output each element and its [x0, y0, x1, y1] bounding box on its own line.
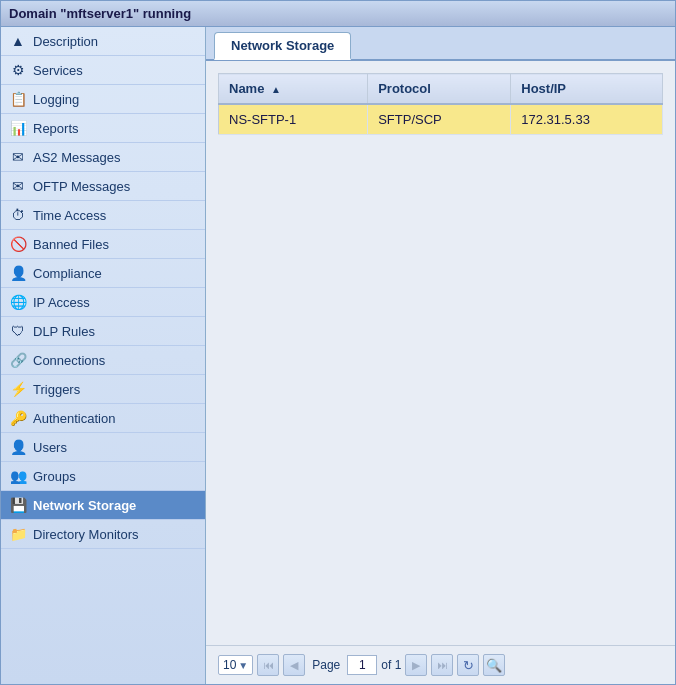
cell-name: NS-SFTP-1: [219, 104, 368, 135]
table-header-row: Name ▲ Protocol Host/IP: [219, 74, 663, 105]
dlp-rules-icon: 🛡: [9, 323, 27, 339]
table-container: Name ▲ Protocol Host/IP NS-SFTP-: [206, 61, 675, 645]
as2-messages-icon: ✉: [9, 149, 27, 165]
sidebar-label-description: Description: [33, 34, 98, 49]
refresh-button[interactable]: ↻: [457, 654, 479, 676]
reports-icon: 📊: [9, 120, 27, 136]
sidebar-item-triggers[interactable]: ⚡Triggers: [1, 375, 205, 404]
pagination-bar: 10 ▼ ⏮ ◀ Page of 1 ▶ ⏭ ↻ 🔍: [206, 645, 675, 684]
sidebar-item-network-storage[interactable]: 💾Network Storage: [1, 491, 205, 520]
sidebar-item-groups[interactable]: 👥Groups: [1, 462, 205, 491]
main-window: Domain "mftserver1" running ▲Description…: [0, 0, 676, 685]
sidebar-item-time-access[interactable]: ⏱Time Access: [1, 201, 205, 230]
network-storage-table: Name ▲ Protocol Host/IP NS-SFTP-: [218, 73, 663, 135]
window-title: Domain "mftserver1" running: [9, 6, 191, 21]
first-page-button[interactable]: ⏮: [257, 654, 279, 676]
triggers-icon: ⚡: [9, 381, 27, 397]
col-name[interactable]: Name ▲: [219, 74, 368, 105]
sidebar-label-time-access: Time Access: [33, 208, 106, 223]
sidebar-label-triggers: Triggers: [33, 382, 80, 397]
sidebar-label-groups: Groups: [33, 469, 76, 484]
next-page-button[interactable]: ▶: [405, 654, 427, 676]
dropdown-arrow-icon: ▼: [238, 660, 248, 671]
sidebar-item-authentication[interactable]: 🔑Authentication: [1, 404, 205, 433]
sidebar-item-logging[interactable]: 📋Logging: [1, 85, 205, 114]
sidebar-item-directory-monitors[interactable]: 📁Directory Monitors: [1, 520, 205, 549]
sidebar-item-connections[interactable]: 🔗Connections: [1, 346, 205, 375]
services-icon: ⚙: [9, 62, 27, 78]
sidebar-label-dlp-rules: DLP Rules: [33, 324, 95, 339]
sidebar-item-ip-access[interactable]: 🌐IP Access: [1, 288, 205, 317]
prev-page-button[interactable]: ◀: [283, 654, 305, 676]
authentication-icon: 🔑: [9, 410, 27, 426]
page-size-select[interactable]: 10 ▼: [218, 655, 253, 675]
sidebar-item-users[interactable]: 👤Users: [1, 433, 205, 462]
users-icon: 👤: [9, 439, 27, 455]
col-protocol[interactable]: Protocol: [368, 74, 511, 105]
table-body: NS-SFTP-1SFTP/SCP172.31.5.33: [219, 104, 663, 135]
sidebar-label-services: Services: [33, 63, 83, 78]
page-number-input[interactable]: [347, 655, 377, 675]
sidebar-item-banned-files[interactable]: 🚫Banned Files: [1, 230, 205, 259]
connections-icon: 🔗: [9, 352, 27, 368]
title-bar: Domain "mftserver1" running: [1, 1, 675, 27]
of-label: of 1: [381, 658, 401, 672]
banned-files-icon: 🚫: [9, 236, 27, 252]
sidebar-item-dlp-rules[interactable]: 🛡DLP Rules: [1, 317, 205, 346]
sidebar-item-compliance[interactable]: 👤Compliance: [1, 259, 205, 288]
sidebar-label-logging: Logging: [33, 92, 79, 107]
sidebar-item-as2-messages[interactable]: ✉AS2 Messages: [1, 143, 205, 172]
tab-bar: Network Storage: [206, 27, 675, 61]
sidebar-label-authentication: Authentication: [33, 411, 115, 426]
network-storage-icon: 💾: [9, 497, 27, 513]
main-content: Network Storage Name ▲ Protocol: [206, 27, 675, 684]
last-page-button[interactable]: ⏭: [431, 654, 453, 676]
sidebar-label-ip-access: IP Access: [33, 295, 90, 310]
oftp-messages-icon: ✉: [9, 178, 27, 194]
content-area: ▲Description⚙Services📋Logging📊Reports✉AS…: [1, 27, 675, 684]
ip-access-icon: 🌐: [9, 294, 27, 310]
sidebar-label-directory-monitors: Directory Monitors: [33, 527, 138, 542]
sidebar-item-description[interactable]: ▲Description: [1, 27, 205, 56]
sidebar-label-reports: Reports: [33, 121, 79, 136]
page-label: Page: [312, 658, 340, 672]
groups-icon: 👥: [9, 468, 27, 484]
logging-icon: 📋: [9, 91, 27, 107]
cell-protocol: SFTP/SCP: [368, 104, 511, 135]
cell-host_ip: 172.31.5.33: [511, 104, 663, 135]
sidebar-label-network-storage: Network Storage: [33, 498, 136, 513]
sidebar-label-oftp-messages: OFTP Messages: [33, 179, 130, 194]
sidebar-item-services[interactable]: ⚙Services: [1, 56, 205, 85]
sidebar-label-banned-files: Banned Files: [33, 237, 109, 252]
sidebar-item-reports[interactable]: 📊Reports: [1, 114, 205, 143]
sort-asc-icon: ▲: [271, 84, 281, 95]
sidebar: ▲Description⚙Services📋Logging📊Reports✉AS…: [1, 27, 206, 684]
directory-monitors-icon: 📁: [9, 526, 27, 542]
compliance-icon: 👤: [9, 265, 27, 281]
search-button[interactable]: 🔍: [483, 654, 505, 676]
description-icon: ▲: [9, 33, 27, 49]
sidebar-label-connections: Connections: [33, 353, 105, 368]
tab-network-storage[interactable]: Network Storage: [214, 32, 351, 60]
time-access-icon: ⏱: [9, 207, 27, 223]
table-row[interactable]: NS-SFTP-1SFTP/SCP172.31.5.33: [219, 104, 663, 135]
col-hostip[interactable]: Host/IP: [511, 74, 663, 105]
sidebar-label-users: Users: [33, 440, 67, 455]
sidebar-item-oftp-messages[interactable]: ✉OFTP Messages: [1, 172, 205, 201]
sidebar-label-as2-messages: AS2 Messages: [33, 150, 120, 165]
sidebar-label-compliance: Compliance: [33, 266, 102, 281]
